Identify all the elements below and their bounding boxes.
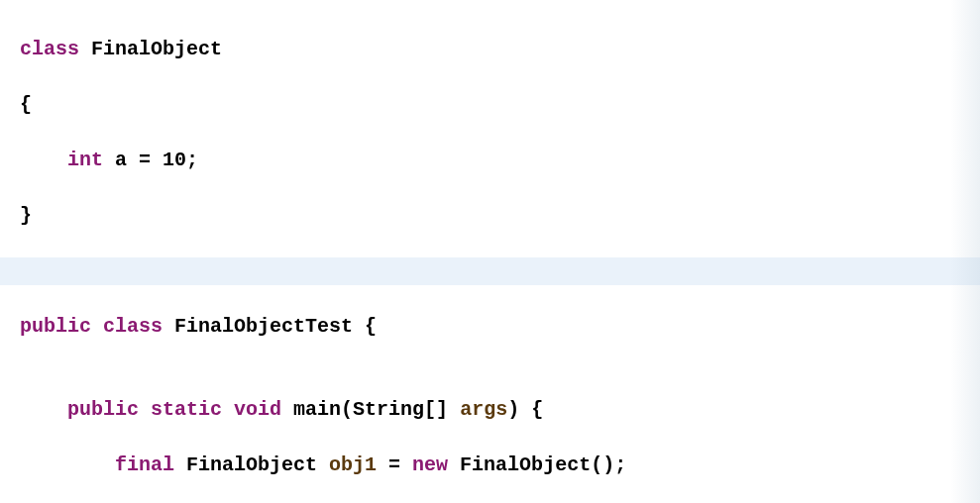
brace: {	[20, 93, 32, 116]
code-editor: class FinalObject { int a = 10; } public…	[0, 0, 980, 503]
highlighted-blank-line	[0, 257, 980, 285]
text: FinalObject();	[448, 453, 626, 476]
text: a = 10;	[103, 149, 198, 171]
param-args: args	[460, 398, 507, 421]
keyword-class: class	[103, 315, 163, 338]
text: ) {	[507, 398, 543, 421]
var-obj1: obj1	[329, 453, 377, 476]
code-line: {	[20, 91, 980, 119]
text: main(String[]	[281, 398, 460, 421]
code-line: int a = 10;	[20, 147, 980, 174]
text: =	[377, 453, 412, 476]
keyword-final: final	[115, 453, 174, 476]
keyword-void: void	[234, 398, 281, 421]
text	[91, 315, 103, 338]
text	[79, 38, 91, 60]
text	[20, 259, 32, 282]
keyword-class: class	[20, 38, 79, 60]
code-line: }	[20, 202, 980, 230]
code-line: public static void main(String[] args) {	[20, 396, 980, 424]
keyword-static: static	[151, 398, 222, 421]
indent	[20, 398, 67, 421]
code-line: public class FinalObjectTest {	[20, 313, 980, 341]
keyword-public: public	[67, 398, 139, 421]
keyword-new: new	[412, 453, 448, 476]
indent	[20, 453, 115, 476]
keyword-public: public	[20, 315, 91, 338]
keyword-int: int	[67, 149, 103, 171]
brace: }	[20, 204, 32, 227]
code-line: class FinalObject	[20, 36, 980, 63]
class-name: FinalObject	[91, 38, 222, 60]
text: FinalObjectTest {	[163, 315, 377, 338]
text	[139, 398, 151, 421]
text	[222, 398, 234, 421]
text: FinalObject	[174, 453, 329, 476]
code-line: final FinalObject obj1 = new FinalObject…	[20, 452, 980, 479]
indent	[20, 149, 67, 171]
